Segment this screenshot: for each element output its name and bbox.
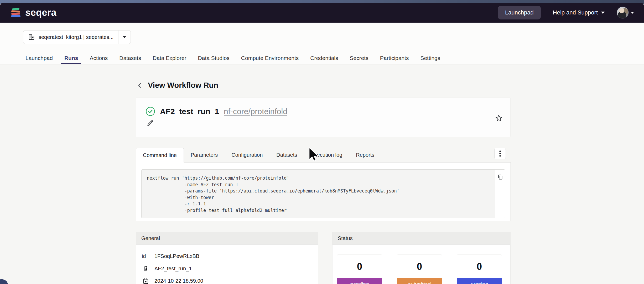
general-row-run-name: AF2_test_run_1 bbox=[136, 262, 318, 275]
tab-participants[interactable]: Participants bbox=[380, 52, 409, 64]
tab-reports[interactable]: Reports bbox=[349, 148, 381, 162]
run-date-value: 2024-10-22 18:59:00 bbox=[154, 278, 203, 284]
general-row-date: 2024-10-22 18:59:00 bbox=[136, 275, 318, 284]
workspace-tabs: Launchpad Runs Actions Datasets Data Exp… bbox=[25, 52, 440, 64]
tab-credentials[interactable]: Credentials bbox=[310, 52, 338, 64]
chevron-down-icon[interactable] bbox=[118, 36, 131, 38]
general-panel-title: General bbox=[136, 232, 318, 245]
chevron-down-icon bbox=[601, 12, 605, 14]
run-name: AF2_test_run_1 bbox=[160, 107, 219, 116]
tab-parameters[interactable]: Parameters bbox=[184, 148, 225, 162]
top-navbar: seqera Launchpad Help and Support bbox=[0, 3, 644, 23]
user-menu[interactable] bbox=[617, 7, 634, 19]
avatar bbox=[617, 7, 629, 19]
status-panel-title: Status bbox=[333, 232, 510, 245]
workspace-header: seqeratest_kitorg1 | seqerates... Launch… bbox=[0, 23, 644, 64]
running-label: running bbox=[457, 278, 502, 284]
kebab-menu-icon bbox=[497, 150, 503, 157]
page-title: View Workflow Run bbox=[148, 81, 218, 90]
running-count: 0 bbox=[457, 255, 502, 278]
submitted-label: submitted bbox=[397, 278, 442, 284]
command-line-code: nextflow run 'https://github.com/nf-core… bbox=[142, 170, 495, 218]
back-button[interactable] bbox=[136, 82, 144, 89]
chevron-down-icon bbox=[631, 12, 634, 14]
edit-run-button[interactable] bbox=[147, 119, 154, 127]
run-name-value: AF2_test_run_1 bbox=[154, 266, 192, 272]
tab-launchpad[interactable]: Launchpad bbox=[25, 52, 53, 64]
organization-icon bbox=[28, 34, 35, 40]
status-card-running: 0 running bbox=[457, 255, 502, 284]
pending-count: 0 bbox=[337, 255, 382, 278]
star-icon bbox=[495, 114, 502, 122]
pending-label: pending bbox=[337, 278, 382, 284]
command-line-section: nextflow run 'https://github.com/nf-core… bbox=[136, 163, 511, 221]
run-detail-card: Command line Parameters Configuration Da… bbox=[136, 143, 511, 221]
tab-data-studios[interactable]: Data Studios bbox=[198, 52, 230, 64]
copy-icon bbox=[497, 174, 503, 180]
tab-runs[interactable]: Runs bbox=[64, 52, 78, 64]
general-row-id: id 1FSoqLPewRLxBB bbox=[136, 250, 318, 262]
tab-compute-environments[interactable]: Compute Environments bbox=[241, 52, 299, 64]
success-check-icon bbox=[146, 106, 155, 116]
submitted-count: 0 bbox=[397, 255, 442, 278]
tab-data-explorer[interactable]: Data Explorer bbox=[153, 52, 186, 64]
status-card-pending: 0 pending bbox=[337, 255, 382, 284]
workspace-selector-label: seqeratest_kitorg1 | seqerates... bbox=[39, 34, 113, 40]
dock-edge-artifact bbox=[0, 278, 9, 284]
run-options-button[interactable] bbox=[494, 148, 506, 159]
tab-command-line[interactable]: Command line bbox=[136, 148, 184, 163]
seqera-logo-icon bbox=[10, 7, 22, 18]
help-support-label: Help and Support bbox=[553, 9, 598, 16]
status-panel: Status 0 pending 0 submitted 0 running bbox=[332, 232, 511, 284]
tab-execution-log[interactable]: Execution log bbox=[304, 148, 349, 162]
pencil-icon bbox=[147, 119, 154, 127]
launchpad-button[interactable]: Launchpad bbox=[498, 6, 541, 19]
help-support-menu[interactable]: Help and Support bbox=[553, 9, 605, 16]
calendar-icon bbox=[142, 278, 150, 284]
chevron-left-icon bbox=[136, 82, 143, 89]
copy-command-button[interactable] bbox=[497, 174, 503, 180]
pipeline-link[interactable]: nf-core/proteinfold bbox=[224, 107, 287, 116]
workspace-selector[interactable]: seqeratest_kitorg1 | seqerates... bbox=[23, 30, 131, 44]
general-panel: General id 1FSoqLPewRLxBB AF2_test_run_1 bbox=[136, 232, 318, 284]
tab-datasets[interactable]: Datasets bbox=[119, 52, 141, 64]
mask-icon bbox=[142, 265, 150, 272]
seqera-logo[interactable]: seqera bbox=[10, 7, 56, 18]
run-detail-tabs: Command line Parameters Configuration Da… bbox=[136, 148, 511, 163]
status-card-submitted: 0 submitted bbox=[397, 255, 442, 284]
run-id-value: 1FSoqLPewRLxBB bbox=[154, 253, 199, 259]
star-run-button[interactable] bbox=[495, 114, 502, 122]
brand-name: seqera bbox=[25, 7, 56, 18]
tab-settings[interactable]: Settings bbox=[420, 52, 440, 64]
tab-secrets[interactable]: Secrets bbox=[350, 52, 368, 64]
code-gutter bbox=[495, 170, 505, 218]
tab-run-datasets[interactable]: Datasets bbox=[269, 148, 304, 162]
tab-configuration[interactable]: Configuration bbox=[225, 148, 269, 162]
run-summary-card: AF2_test_run_1 nf-core/proteinfold bbox=[136, 97, 511, 137]
id-label: id bbox=[142, 253, 150, 259]
tab-actions[interactable]: Actions bbox=[90, 52, 108, 64]
